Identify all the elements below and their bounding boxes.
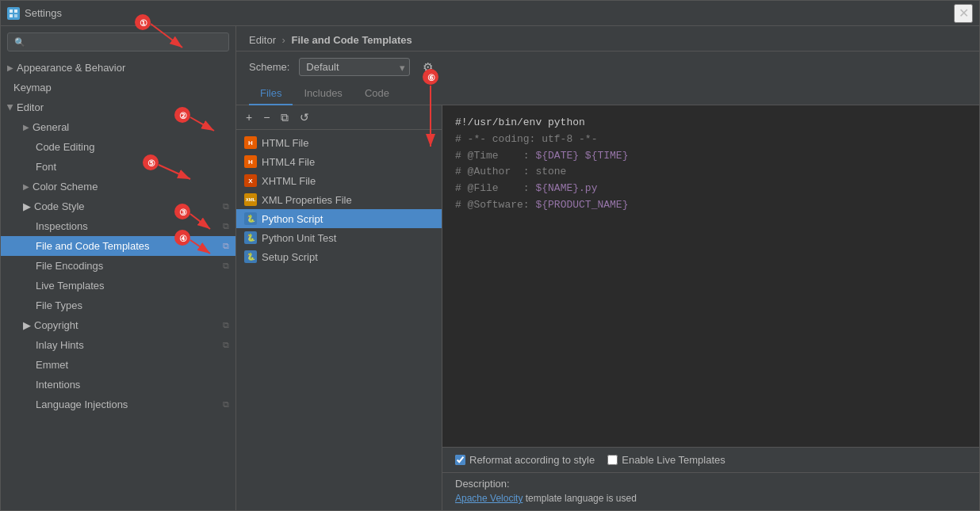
- main-content: 🔍 ▶ Appearance & Behavior Keymap ▶ Edito…: [1, 26, 979, 510]
- sidebar-item-label: Language Injections: [36, 399, 128, 410]
- python-script-icon: 🐍: [244, 212, 257, 225]
- file-item-label: HTML File: [262, 137, 308, 149]
- enable-live-checkbox-label[interactable]: Enable Live Templates: [607, 454, 725, 466]
- sidebar-item-code-style[interactable]: ▶ Code Style ⧉: [1, 196, 235, 216]
- sidebar-item-editor[interactable]: ▶ Editor: [1, 97, 235, 117]
- file-item-label: Setup Script: [262, 251, 318, 263]
- file-item-label: Python Script: [262, 213, 323, 225]
- chevron-down-icon: ▶: [6, 105, 15, 111]
- code-line-5: # @File : ${NAME}.py: [455, 181, 967, 197]
- file-item-xhtml[interactable]: X XHTML File: [236, 171, 442, 190]
- file-item-python-script[interactable]: 🐍 Python Script: [236, 209, 442, 228]
- close-button[interactable]: ✕: [954, 4, 973, 23]
- copy-icon: ⧉: [223, 241, 229, 251]
- scheme-dropdown-wrapper[interactable]: Default Project: [299, 58, 410, 76]
- file-item-xml-prop[interactable]: XML XML Properties File: [236, 190, 442, 209]
- search-icon: 🔍: [14, 37, 25, 48]
- tab-includes[interactable]: Includes: [293, 82, 353, 105]
- breadcrumb-current: File and Code Templates: [292, 34, 412, 46]
- apache-velocity-link[interactable]: Apache Velocity: [455, 493, 523, 504]
- code-line-1: #!/usr/bin/env python: [455, 115, 967, 132]
- search-box[interactable]: 🔍: [7, 32, 229, 51]
- sidebar-item-label: Appearance & Behavior: [17, 62, 125, 74]
- chevron-right-icon: ▶: [23, 200, 31, 212]
- sidebar-item-keymap[interactable]: Keymap: [1, 78, 235, 97]
- reformat-checkbox[interactable]: [455, 455, 465, 465]
- gear-button[interactable]: ⚙: [419, 59, 436, 76]
- reset-template-button[interactable]: ↺: [297, 110, 312, 124]
- copy-icon: ⧉: [223, 201, 229, 212]
- code-editor[interactable]: #!/usr/bin/env python # -*- coding: utf-…: [442, 105, 979, 447]
- remove-template-button[interactable]: −: [260, 110, 273, 124]
- sidebar-item-color-scheme[interactable]: ▶ Color Scheme: [1, 177, 235, 196]
- tab-code[interactable]: Code: [354, 82, 400, 105]
- description-area: Description: Apache Velocity template la…: [442, 472, 979, 510]
- settings-window: Settings ✕ 🔍 ▶ Appearance & Behavior Key…: [0, 0, 980, 511]
- file-item-html[interactable]: H HTML File: [236, 133, 442, 152]
- file-item-label: XML Properties File: [262, 194, 352, 206]
- sidebar-item-language-injections[interactable]: Language Injections ⧉: [1, 395, 235, 414]
- scheme-dropdown[interactable]: Default Project: [299, 58, 410, 76]
- sidebar-item-copyright[interactable]: ▶ Copyright ⧉: [1, 315, 235, 335]
- sidebar-item-inlay-hints[interactable]: Inlay Hints ⧉: [1, 335, 235, 355]
- code-line-2: # -*- coding: utf-8 -*-: [455, 132, 967, 148]
- sidebar-item-emmet[interactable]: Emmet: [1, 355, 235, 375]
- file-item-python-unit-test[interactable]: 🐍 Python Unit Test: [236, 228, 442, 247]
- enable-live-checkbox[interactable]: [607, 455, 618, 465]
- description-text-post: template language is used: [523, 493, 636, 504]
- chevron-right-icon: ▶: [23, 123, 29, 132]
- setup-script-icon: 🐍: [244, 250, 257, 263]
- enable-live-label: Enable Live Templates: [622, 454, 725, 466]
- chevron-right-icon: ▶: [23, 319, 31, 331]
- file-list-panel: + − ⧉ ↺ H HTML File H HTML4 File: [236, 105, 442, 510]
- file-item-setup-script[interactable]: 🐍 Setup Script: [236, 247, 442, 266]
- sidebar-item-inspections[interactable]: Inspections ⧉: [1, 216, 235, 236]
- sidebar-item-general[interactable]: ▶ General: [1, 117, 235, 137]
- svg-rect-2: [10, 14, 13, 17]
- app-icon: [7, 7, 20, 20]
- sidebar-item-appearance[interactable]: ▶ Appearance & Behavior: [1, 58, 235, 78]
- sidebar-item-file-types[interactable]: File Types: [1, 296, 235, 315]
- breadcrumb-parent: Editor: [249, 34, 276, 46]
- sidebar-item-label: Copyright: [34, 319, 78, 331]
- copy-icon: ⧉: [223, 340, 229, 350]
- code-panel: #!/usr/bin/env python # -*- coding: utf-…: [442, 105, 979, 510]
- file-item-label: HTML4 File: [262, 156, 315, 168]
- sidebar-item-intentions[interactable]: Intentions: [1, 375, 235, 395]
- sidebar-item-live-templates[interactable]: Live Templates: [1, 276, 235, 296]
- panel-body: + − ⧉ ↺ H HTML File H HTML4 File: [236, 105, 979, 510]
- chevron-right-icon: ▶: [23, 182, 29, 191]
- copy-icon: ⧉: [223, 221, 229, 231]
- file-list-toolbar: + − ⧉ ↺: [236, 105, 442, 130]
- sidebar-item-file-code-templates[interactable]: File and Code Templates ⧉: [1, 236, 235, 256]
- sidebar-item-label: File and Code Templates: [36, 240, 150, 252]
- svg-rect-3: [14, 14, 17, 17]
- sidebar-item-file-encodings[interactable]: File Encodings ⧉: [1, 256, 235, 276]
- sidebar-item-label: General: [33, 121, 69, 133]
- sidebar-item-font[interactable]: Font: [1, 157, 235, 177]
- reformat-checkbox-label[interactable]: Reformat according to style: [455, 454, 595, 466]
- sidebar-item-label: Code Style: [34, 200, 85, 212]
- file-item-label: Python Unit Test: [262, 232, 336, 244]
- file-item-label: XHTML File: [262, 175, 316, 187]
- svg-rect-0: [10, 10, 13, 13]
- copy-icon: ⧉: [223, 261, 229, 271]
- window-title: Settings: [25, 7, 62, 19]
- scheme-label: Scheme:: [249, 61, 289, 73]
- sidebar-item-label: Inspections: [36, 220, 88, 232]
- add-template-button[interactable]: +: [243, 110, 255, 124]
- title-bar: Settings ✕: [1, 1, 979, 26]
- html4-file-icon: H: [244, 155, 257, 168]
- sidebar-item-label: File Encodings: [36, 260, 103, 272]
- sidebar-item-code-editing[interactable]: Code Editing: [1, 137, 235, 157]
- file-item-html4[interactable]: H HTML4 File: [236, 152, 442, 171]
- search-input[interactable]: [29, 36, 222, 48]
- breadcrumb: Editor › File and Code Templates: [236, 26, 979, 51]
- python-unit-test-icon: 🐍: [244, 231, 257, 244]
- reformat-label: Reformat according to style: [469, 454, 595, 466]
- tabs-row: Files Includes Code: [236, 82, 979, 105]
- copy-template-button[interactable]: ⧉: [278, 110, 292, 124]
- xhtml-file-icon: X: [244, 174, 257, 187]
- description-text: Apache Velocity template language is use…: [455, 493, 967, 504]
- tab-files[interactable]: Files: [249, 82, 293, 105]
